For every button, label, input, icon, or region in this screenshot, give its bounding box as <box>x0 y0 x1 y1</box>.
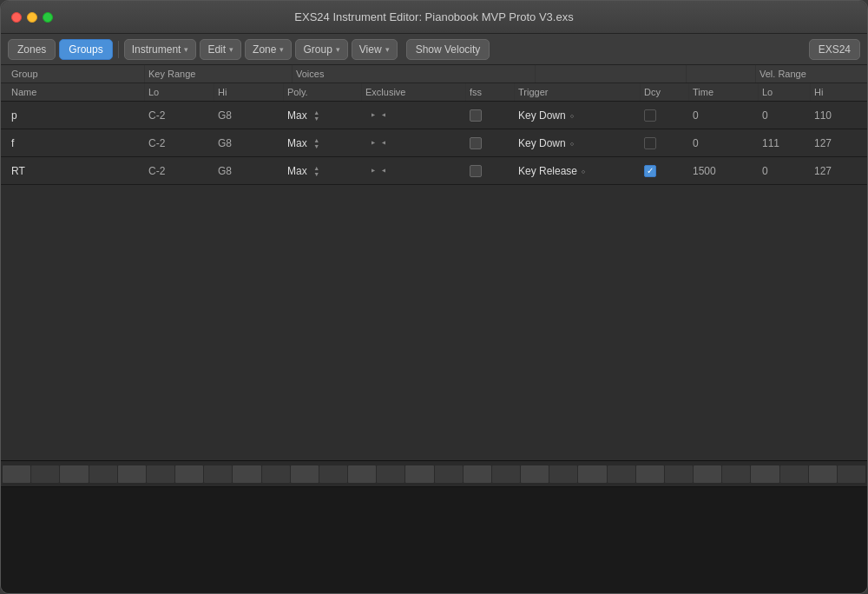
row2-exclusive: ▲ ▼ <box>362 136 466 149</box>
poly-stepper[interactable]: ▲ ▼ <box>312 165 321 177</box>
vel-block <box>89 465 117 483</box>
piano-container: .wk { fill: #e8e8e8; stroke: #888; strok… <box>1 460 867 594</box>
vel-block <box>636 465 664 483</box>
vel-block <box>464 465 491 483</box>
voices-header: Voices <box>293 65 536 82</box>
stepper-left[interactable]: ▲ <box>371 139 377 148</box>
fss-checkbox[interactable] <box>470 137 482 149</box>
chevron-down-icon: ▾ <box>184 45 188 54</box>
separator-1 <box>118 41 119 58</box>
groups-button[interactable]: Groups <box>59 39 112 60</box>
vel-block <box>262 465 290 483</box>
row2-lo-vel: 111 <box>759 134 811 153</box>
lo-vel-subheader: Lo <box>759 83 811 101</box>
stepper-right[interactable]: ▼ <box>381 167 387 175</box>
piano-keys: .wk { fill: #e8e8e8; stroke: #888; strok… <box>1 487 867 594</box>
stepper-down[interactable]: ▼ <box>312 116 321 122</box>
table-row: p C-2 G8 Max ▲ ▼ ▲ ▼ Key Down ⬦ 0 <box>1 102 867 129</box>
vel-block <box>521 465 549 483</box>
row2-fss[interactable] <box>466 134 515 153</box>
dcy-checkbox[interactable]: ✓ <box>644 165 656 177</box>
row3-hi: G8 <box>214 162 284 181</box>
time-subheader: Time <box>689 83 759 101</box>
view-dropdown[interactable]: View ▾ <box>352 39 398 60</box>
stepper-left[interactable]: ▲ <box>371 167 377 175</box>
vel-block <box>319 465 347 483</box>
empty-table-area <box>1 185 867 432</box>
row3-exclusive: ▲ ▼ <box>362 164 466 177</box>
exclusive-stepper[interactable]: ▲ ▼ <box>369 112 388 118</box>
main-content: Group Key Range Voices Vel. Range Name L… <box>1 65 867 594</box>
vel-block <box>838 465 865 483</box>
row3-trigger: Key Release ⬦ <box>515 162 641 181</box>
stepper-up[interactable]: ▲ <box>312 137 321 143</box>
trigger-chevron-icon[interactable]: ⬦ <box>581 166 586 175</box>
chevron-down-icon: ▾ <box>336 45 340 54</box>
title-bar: EXS24 Instrument Editor: Pianobook MVP P… <box>1 1 867 34</box>
trigger-chevron-icon[interactable]: ⬦ <box>569 110 575 120</box>
hi-subheader: Hi <box>214 83 284 101</box>
vel-block <box>60 465 88 483</box>
zone-dropdown[interactable]: Zone ▾ <box>245 39 292 60</box>
stepper-left[interactable]: ▲ <box>371 111 377 120</box>
trigger-subheader: Trigger <box>515 83 641 101</box>
stepper-up[interactable]: ▲ <box>312 165 321 171</box>
vel-block <box>492 465 520 483</box>
vel-block <box>291 465 319 483</box>
vel-block <box>31 465 59 483</box>
close-button[interactable] <box>11 12 22 23</box>
row3-dcy[interactable]: ✓ <box>641 162 689 181</box>
row1-dcy[interactable] <box>641 106 689 125</box>
show-velocity-button[interactable]: Show Velocity <box>406 39 490 60</box>
group-dropdown[interactable]: Group ▾ <box>295 39 347 60</box>
stepper-down[interactable]: ▼ <box>312 171 321 177</box>
row3-fss[interactable] <box>466 162 515 181</box>
row2-name: f <box>8 134 145 153</box>
dcy-checkbox[interactable] <box>644 109 656 122</box>
stepper-right[interactable]: ▼ <box>381 111 387 120</box>
vel-block <box>175 465 203 483</box>
vel-block <box>608 465 635 483</box>
fss-checkbox[interactable] <box>470 109 482 122</box>
poly-stepper[interactable]: ▲ ▼ <box>312 137 321 149</box>
vel-block <box>118 465 146 483</box>
row2-hi-vel: 127 <box>811 134 865 153</box>
stepper-right[interactable]: ▼ <box>381 139 387 148</box>
row2-poly: Max ▲ ▼ <box>284 134 362 153</box>
poly-stepper[interactable]: ▲ ▼ <box>312 109 321 122</box>
maximize-button[interactable] <box>43 12 53 23</box>
row1-time: 0 <box>689 106 759 125</box>
row1-lo-vel: 0 <box>759 106 811 125</box>
vel-block <box>435 465 463 483</box>
vel-block <box>694 465 721 483</box>
edit-dropdown[interactable]: Edit ▾ <box>200 39 241 60</box>
row3-hi-vel: 127 <box>811 162 865 181</box>
zones-button[interactable]: Zones <box>8 39 56 60</box>
row3-time: 1500 <box>689 162 759 181</box>
fss-checkbox[interactable] <box>470 165 482 177</box>
exclusive-stepper[interactable]: ▲ ▼ <box>369 140 388 146</box>
row1-exclusive: ▲ ▼ <box>362 109 466 122</box>
exclusive-stepper[interactable]: ▲ ▼ <box>369 168 388 174</box>
chevron-down-icon: ▾ <box>385 45 390 54</box>
row3-lo: C-2 <box>145 162 214 181</box>
instrument-dropdown[interactable]: Instrument ▾ <box>124 39 197 60</box>
empty-header <box>536 65 687 82</box>
fss-subheader: fss <box>466 83 515 101</box>
name-subheader: Name <box>8 83 145 101</box>
stepper-down[interactable]: ▼ <box>312 143 321 149</box>
window-title: EXS24 Instrument Editor: Pianobook MVP P… <box>294 10 573 23</box>
hi-vel-subheader: Hi <box>811 83 865 101</box>
minimize-button[interactable] <box>27 12 37 23</box>
exs24-button[interactable]: EXS24 <box>809 39 860 60</box>
vel-block <box>549 465 577 483</box>
dcy-checkbox[interactable] <box>644 137 656 149</box>
row1-fss[interactable] <box>466 106 515 125</box>
row2-dcy[interactable] <box>641 134 689 153</box>
trigger-chevron-icon[interactable]: ⬦ <box>569 138 575 148</box>
exclusive-subheader: Exclusive <box>362 83 466 101</box>
chevron-down-icon: ▾ <box>279 45 284 54</box>
row1-name: p <box>8 106 145 125</box>
row3-name: RT <box>8 162 145 181</box>
stepper-up[interactable]: ▲ <box>312 109 321 116</box>
